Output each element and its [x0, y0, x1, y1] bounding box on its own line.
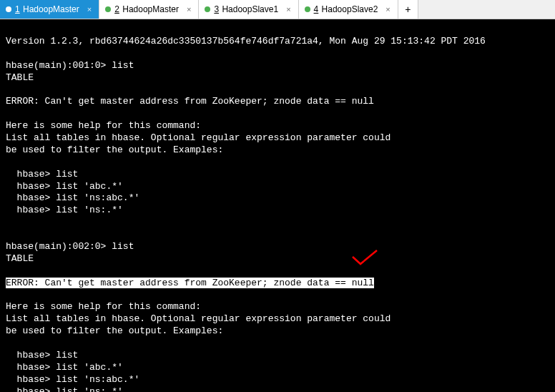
example-line: hbase> list [6, 350, 78, 361]
tab-2[interactable]: 2 HadoopMaster × [99, 0, 199, 19]
status-dot-icon [305, 6, 310, 12]
help-line: be used to filter the output. Examples: [6, 144, 223, 155]
close-icon[interactable]: × [384, 5, 391, 14]
example-line: hbase> list 'abc.*' [6, 181, 123, 192]
status-dot-icon [6, 6, 11, 12]
tab-label: 3 HadoopSlave1 [214, 4, 278, 14]
example-line: hbase> list 'ns:abc.*' [6, 374, 139, 385]
tab-3[interactable]: 3 HadoopSlave1 × [199, 0, 298, 19]
help-header: Here is some help for this command: [6, 301, 201, 312]
tab-4[interactable]: 4 HadoopSlave2 × [299, 0, 398, 19]
example-line: hbase> list [6, 169, 78, 180]
close-icon[interactable]: × [285, 5, 292, 14]
prompt-line: hbase(main):001:0> list [6, 60, 134, 71]
close-icon[interactable]: × [86, 5, 93, 14]
help-line: List all tables in hbase. Optional regul… [6, 313, 391, 324]
example-line: hbase> list 'abc.*' [6, 362, 123, 373]
tab-label: 1 HadoopMaster [15, 4, 79, 14]
tab-1[interactable]: 1 HadoopMaster × [0, 0, 99, 19]
tab-bar: 1 HadoopMaster × 2 HadoopMaster × 3 Hado… [0, 0, 555, 19]
terminal-output[interactable]: Version 1.2.3, rbd63744624a26dc3350137b5… [0, 19, 555, 392]
help-header: Here is some help for this command: [6, 120, 201, 131]
version-line: Version 1.2.3, rbd63744624a26dc3350137b5… [6, 36, 486, 46]
example-line: hbase> list 'ns:.*' [6, 205, 123, 215]
example-line: hbase> list 'ns:abc.*' [6, 192, 139, 203]
checkmark-annotation-icon [350, 248, 379, 267]
close-icon[interactable]: × [185, 5, 192, 14]
error-line-highlighted: ERROR: Can't get master address from Zoo… [6, 278, 374, 288]
help-line: be used to filter the output. Examples: [6, 325, 223, 336]
prompt-line: hbase(main):002:0> list [6, 241, 134, 252]
table-line: TABLE [6, 253, 34, 264]
example-line: hbase> list 'ns:.*' [6, 386, 123, 392]
tab-label: 2 HadoopMaster [114, 4, 179, 14]
help-line: List all tables in hbase. Optional regul… [6, 132, 391, 143]
table-line: TABLE [6, 72, 34, 83]
error-line: ERROR: Can't get master address from Zoo… [6, 96, 374, 107]
status-dot-icon [105, 6, 111, 12]
tab-label: 4 HadoopSlave2 [314, 4, 378, 14]
add-tab-button[interactable]: + [398, 0, 418, 19]
status-dot-icon [205, 6, 210, 12]
